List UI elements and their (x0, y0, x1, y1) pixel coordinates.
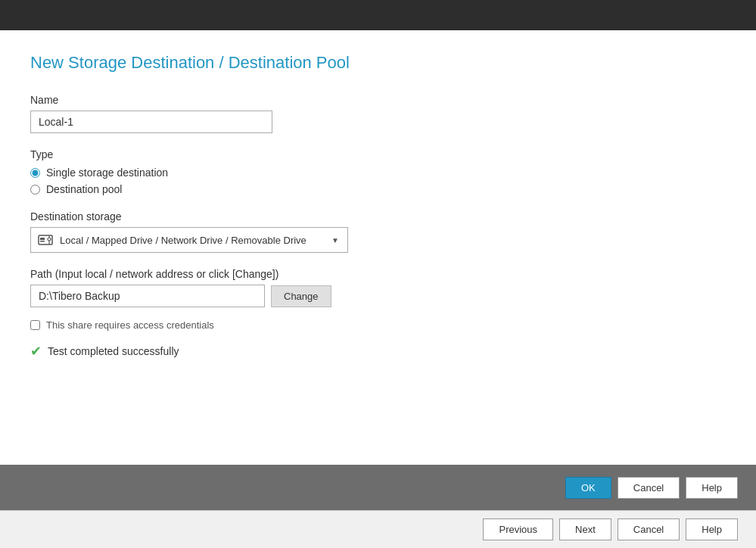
radio-single-storage[interactable]: Single storage destination (30, 167, 726, 179)
type-label: Type (30, 148, 726, 160)
radio-single-storage-input[interactable] (30, 168, 40, 178)
path-label: Path (Input local / network address or c… (30, 268, 726, 280)
radio-destination-pool[interactable]: Destination pool (30, 183, 726, 195)
access-credentials-label: This share requires access credentials (46, 319, 214, 331)
top-bar (0, 0, 756, 30)
name-input[interactable] (30, 111, 272, 133)
radio-single-storage-label: Single storage destination (46, 167, 168, 179)
svg-rect-2 (40, 241, 45, 242)
name-group: Name (30, 94, 726, 133)
path-input-row: Change (30, 285, 726, 307)
test-result-row: ✔ Test completed successfully (30, 343, 726, 360)
bottom-bar-primary: OK Cancel Help (0, 465, 756, 510)
main-content: New Storage Destination / Destination Po… (0, 30, 756, 465)
destination-storage-group: Destination storage Local / Mapped Drive… (30, 210, 726, 253)
ok-button[interactable]: OK (565, 477, 611, 499)
storage-select-text: Local / Mapped Drive / Network Drive / R… (60, 235, 329, 246)
path-input[interactable] (30, 285, 265, 307)
chevron-down-icon[interactable] (329, 234, 341, 246)
change-button[interactable]: Change (271, 285, 331, 307)
type-group: Type Single storage destination Destinat… (30, 148, 726, 195)
access-credentials-row: This share requires access credentials (30, 319, 726, 331)
name-label: Name (30, 94, 726, 106)
success-icon: ✔ (30, 343, 42, 360)
help-button-secondary[interactable]: Help (686, 518, 738, 540)
destination-storage-select[interactable]: Local / Mapped Drive / Network Drive / R… (30, 227, 348, 253)
previous-button[interactable]: Previous (483, 518, 553, 540)
cancel-button-secondary[interactable]: Cancel (618, 518, 680, 540)
destination-storage-label: Destination storage (30, 210, 726, 223)
radio-destination-pool-input[interactable] (30, 185, 40, 195)
test-result-text: Test completed successfully (48, 345, 179, 357)
svg-point-3 (48, 238, 51, 241)
access-credentials-checkbox[interactable] (30, 320, 40, 330)
svg-rect-1 (40, 238, 45, 240)
help-button-primary[interactable]: Help (686, 477, 738, 499)
radio-destination-pool-label: Destination pool (46, 183, 122, 195)
cancel-button-primary[interactable]: Cancel (618, 477, 680, 499)
storage-icon (37, 232, 54, 248)
path-group: Path (Input local / network address or c… (30, 268, 726, 307)
next-button[interactable]: Next (559, 518, 611, 540)
page-title: New Storage Destination / Destination Po… (30, 53, 726, 73)
bottom-bar-secondary: Previous Next Cancel Help (0, 510, 756, 548)
